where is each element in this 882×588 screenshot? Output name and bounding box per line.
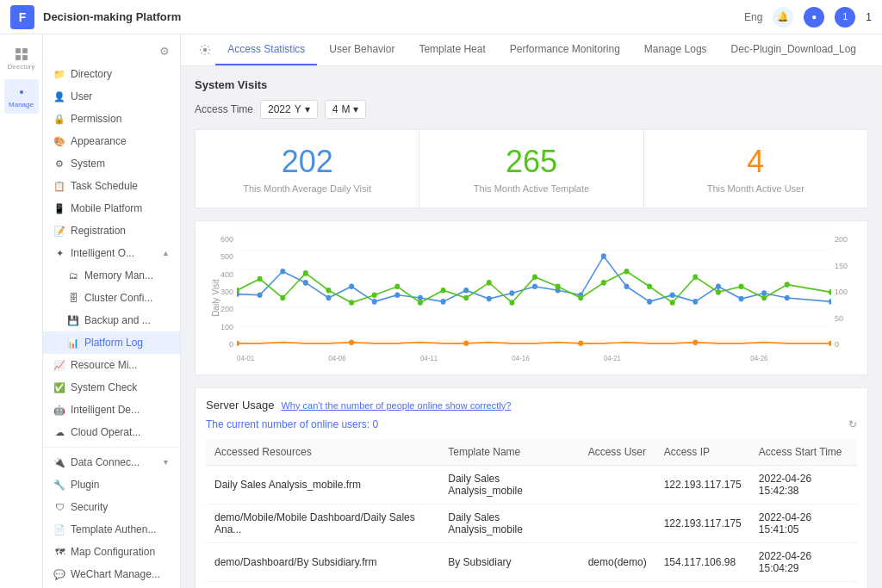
svg-point-18: [349, 284, 354, 290]
sidebar-nav-directory[interactable]: Directory: [4, 41, 39, 76]
chevron-down-icon: ▲: [162, 249, 170, 257]
cell-template-name: Daily Sales Analysis_mobile: [439, 504, 579, 543]
svg-rect-0: [16, 48, 21, 53]
sidebar-item-data-connec[interactable]: 🔌 Data Connec... ▼: [43, 451, 180, 473]
sidebar-item-directory[interactable]: 📁 Directory: [43, 63, 180, 85]
svg-point-17: [326, 295, 332, 301]
avatar[interactable]: 1: [835, 7, 855, 28]
tabs-bar: Access Statistics User Behavior Template…: [181, 34, 882, 66]
svg-point-34: [716, 284, 721, 290]
sidebar-item-label: Intelligent De...: [71, 404, 140, 416]
col-access-start-time: Access Start Time: [750, 439, 857, 466]
svg-point-32: [670, 292, 675, 298]
tab-template-heat[interactable]: Template Heat: [407, 34, 497, 65]
svg-point-50: [487, 280, 492, 286]
sidebar-item-resource-mi[interactable]: 📈 Resource Mi...: [43, 354, 180, 376]
sidebar-item-platform-log[interactable]: 📊 Platform Log: [43, 331, 180, 354]
col-access-ip: Access IP: [655, 439, 750, 466]
tab-manage-logs[interactable]: Manage Logs: [632, 34, 719, 65]
sidebar-item-wechart-manage[interactable]: 💬 WeChart Manage...: [43, 563, 180, 585]
topbar: F Decision-making Platform Eng 🔔 ● 1 1: [0, 0, 882, 34]
chart-area: 04-01 04-06 04-11 04-16 04-21 04-26: [237, 232, 831, 364]
sidebar-item-template-authen[interactable]: 📄 Template Authen...: [43, 518, 180, 541]
sidebar-item-map-config[interactable]: 🗺 Map Configuration: [43, 541, 180, 563]
tab-access-statistics[interactable]: Access Statistics: [215, 34, 317, 65]
col-template-name: Template Name: [439, 439, 579, 466]
sidebar-item-label: Platform Log: [84, 337, 143, 349]
sidebar-item-label: Permission: [71, 113, 121, 125]
notification-icon[interactable]: 🔔: [773, 7, 793, 28]
sidebar-item-label: Appearance: [71, 135, 127, 147]
svg-point-67: [463, 341, 469, 347]
svg-text:04-21: 04-21: [604, 353, 621, 362]
alert-icon[interactable]: ●: [804, 7, 824, 28]
refresh-icon[interactable]: ↻: [848, 418, 857, 430]
sidebar-item-task-schedule[interactable]: 📋 Task Schedule: [43, 175, 180, 197]
cell-access-start-time: 2022-04-26 15:41:05: [750, 504, 857, 543]
svg-point-37: [785, 295, 790, 301]
sidebar-item-user[interactable]: 👤 User: [43, 85, 180, 108]
sidebar-item-intelligent-de[interactable]: 🤖 Intelligent De...: [43, 399, 180, 421]
svg-rect-2: [16, 55, 21, 60]
stat-number-active-user: 4: [747, 144, 764, 180]
svg-text:04-01: 04-01: [237, 353, 254, 362]
sidebar-item-label: Cloud Operat...: [71, 426, 140, 438]
sidebar-item-cloud-operat[interactable]: ☁ Cloud Operat...: [43, 421, 180, 443]
svg-point-49: [463, 295, 469, 301]
month-filter[interactable]: 4 M ▾: [325, 100, 367, 119]
data-connec-icon: 🔌: [53, 456, 65, 468]
sidebar-item-memory-man[interactable]: 🗂 Memory Man...: [43, 264, 180, 287]
year-filter[interactable]: 2022 Y ▾: [260, 100, 318, 119]
registration-icon: 📝: [53, 225, 65, 237]
svg-point-26: [532, 284, 537, 290]
intelligent-o-icon: ✦: [53, 247, 65, 259]
svg-point-62: [761, 295, 767, 301]
cell-accessed-resources: Daily Sales Analysis_mobile.frm: [206, 466, 439, 504]
svg-rect-1: [22, 48, 28, 53]
cell-template-name: Daily Sales Analysis_mobile: [439, 466, 579, 504]
svg-text:04-06: 04-06: [328, 353, 345, 362]
svg-point-22: [441, 299, 446, 305]
tab-user-behavior[interactable]: User Behavior: [317, 34, 407, 65]
sidebar-item-permission[interactable]: 🔒 Permission: [43, 108, 180, 130]
sidebar-item-cluster-confi[interactable]: 🗄 Cluster Confi...: [43, 287, 180, 309]
sidebar-item-security[interactable]: 🛡 Security: [43, 496, 180, 518]
sidebar-item-system-check[interactable]: ✅ System Check: [43, 376, 180, 399]
sidebar-item-backup-and[interactable]: 💾 Backup and ...: [43, 309, 180, 331]
user-menu[interactable]: 1: [866, 11, 872, 23]
chart-y-label: Daily Visit: [211, 279, 220, 317]
map-config-icon: 🗺: [53, 546, 65, 558]
sidebar-item-label: Template Authen...: [71, 523, 156, 535]
svg-point-58: [670, 300, 675, 306]
sidebar-item-system[interactable]: ⚙ System: [43, 152, 180, 175]
server-usage-section: Server Usage Why can't the number of peo…: [195, 387, 868, 588]
server-usage-title-area: Server Usage Why can't the number of peo…: [206, 399, 511, 412]
svg-point-56: [624, 269, 629, 275]
svg-point-24: [487, 296, 492, 302]
sidebar-item-mobile-platform[interactable]: 📱 Mobile Platform: [43, 197, 180, 220]
sidebar-item-label: WeChart Manage...: [71, 568, 160, 580]
sidebar-nav-manage[interactable]: Manage: [4, 79, 39, 114]
cell-access-user: [580, 504, 655, 543]
language-selector[interactable]: Eng: [744, 11, 762, 23]
svg-point-25: [509, 290, 514, 296]
server-usage-link[interactable]: Why can't the number of people online sh…: [281, 400, 511, 411]
svg-point-33: [693, 299, 698, 305]
svg-point-19: [372, 299, 377, 305]
sidebar-item-label: Map Configuration: [71, 546, 155, 558]
col-access-user: Access User: [580, 439, 655, 466]
svg-point-38: [829, 299, 831, 305]
settings-gear-icon[interactable]: ⚙: [159, 45, 170, 58]
svg-point-30: [624, 284, 629, 290]
sidebar-item-intelligent-o[interactable]: ✦ Intelligent O... ▲: [43, 242, 180, 264]
sidebar-item-label: Resource Mi...: [71, 359, 137, 371]
sidebar-item-plugin[interactable]: 🔧 Plugin: [43, 473, 180, 496]
sidebar-item-appearance[interactable]: 🎨 Appearance: [43, 130, 180, 152]
tab-performance-monitoring[interactable]: Performance Monitoring: [498, 34, 632, 65]
tab-dec-plugin-download[interactable]: Dec-Plugin_Download_Log: [719, 34, 868, 65]
cloud-icon: ☁: [53, 426, 65, 438]
sidebar-item-label: User: [71, 90, 92, 102]
intelligent-de-icon: 🤖: [53, 404, 65, 416]
filter-bar: Access Time 2022 Y ▾ 4 M ▾: [195, 100, 868, 119]
sidebar-item-registration[interactable]: 📝 Registration: [43, 220, 180, 242]
